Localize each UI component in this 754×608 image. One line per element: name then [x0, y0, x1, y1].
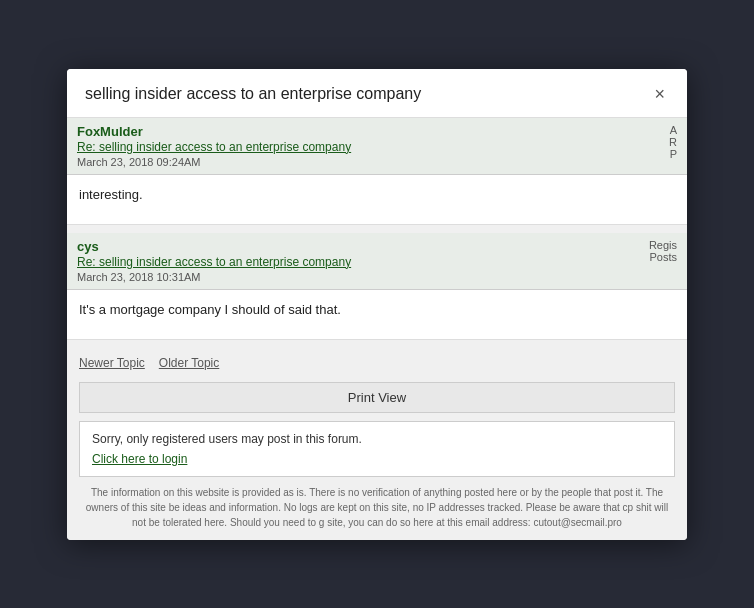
- post-meta-line3: P: [669, 148, 677, 160]
- modal-title: selling insider access to an enterprise …: [85, 85, 421, 103]
- topic-nav: Newer Topic Older Topic: [67, 348, 687, 378]
- post-meta-right-1: A R P: [669, 124, 677, 160]
- post-author-1: FoxMulder: [77, 124, 351, 139]
- login-notice: Sorry, only registered users may post in…: [79, 421, 675, 477]
- post-date-2: March 23, 2018 10:31AM: [77, 271, 351, 283]
- older-topic-link[interactable]: Older Topic: [159, 356, 219, 370]
- modal-header: selling insider access to an enterprise …: [67, 69, 687, 118]
- post-meta-line2: R: [669, 136, 677, 148]
- post-author-info-2: cys Re: selling insider access to an ent…: [77, 239, 351, 283]
- post-header-2: cys Re: selling insider access to an ent…: [67, 233, 687, 290]
- post-subject-link-2[interactable]: Re: selling insider access to an enterpr…: [77, 255, 351, 269]
- post-author-info-1: FoxMulder Re: selling insider access to …: [77, 124, 351, 168]
- modal-dialog: selling insider access to an enterprise …: [67, 69, 687, 540]
- login-notice-message: Sorry, only registered users may post in…: [92, 432, 662, 446]
- login-link[interactable]: Click here to login: [92, 452, 187, 466]
- post-meta-right-2: Regis Posts: [649, 239, 677, 263]
- modal-body: FoxMulder Re: selling insider access to …: [67, 118, 687, 540]
- post-header-1: FoxMulder Re: selling insider access to …: [67, 118, 687, 175]
- post-subject-1: Re: selling insider access to an enterpr…: [77, 139, 351, 154]
- post-block-2: cys Re: selling insider access to an ent…: [67, 233, 687, 340]
- newer-topic-link[interactable]: Newer Topic: [79, 356, 145, 370]
- post-block: FoxMulder Re: selling insider access to …: [67, 118, 687, 225]
- post-meta-r2-line1: Regis: [649, 239, 677, 251]
- close-button[interactable]: ×: [650, 83, 669, 105]
- post-subject-2: Re: selling insider access to an enterpr…: [77, 254, 351, 269]
- print-view-button[interactable]: Print View: [79, 382, 675, 413]
- post-author-2: cys: [77, 239, 351, 254]
- post-meta-r2-line2: Posts: [649, 251, 677, 263]
- post-body-2: It's a mortgage company I should of said…: [67, 290, 687, 340]
- post-body-1: interesting.: [67, 175, 687, 225]
- footer-text: The information on this website is provi…: [79, 485, 675, 530]
- post-date-1: March 23, 2018 09:24AM: [77, 156, 351, 168]
- post-meta-line1: A: [669, 124, 677, 136]
- post-subject-link-1[interactable]: Re: selling insider access to an enterpr…: [77, 140, 351, 154]
